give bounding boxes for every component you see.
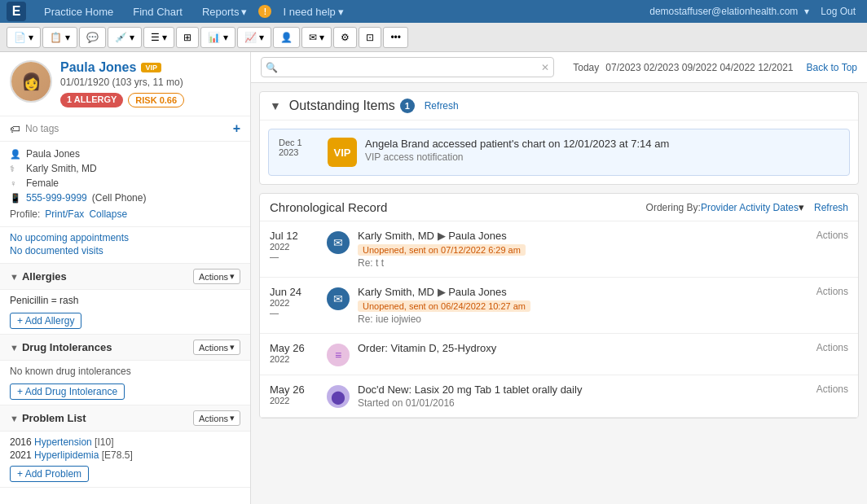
today-label[interactable]: Today — [573, 62, 599, 73]
toolbar-chart-btn[interactable]: 📊 ▾ — [200, 27, 235, 48]
ordering-chevron-icon[interactable]: ▾ — [799, 201, 804, 213]
search-clear-icon[interactable]: ✕ — [541, 62, 549, 73]
toolbar-inject-btn[interactable]: 💉 ▾ — [108, 27, 142, 48]
drug-intolerances-actions-button[interactable]: Actions ▾ — [193, 340, 240, 355]
patient-phone[interactable]: 555-999-9999 — [26, 192, 87, 204]
chron-sub-0: Re: t t — [358, 257, 795, 269]
outstanding-collapse-icon[interactable]: ▼ — [270, 99, 281, 112]
chron-actions-0[interactable]: Actions — [803, 230, 848, 241]
outstanding-count-badge: 1 — [400, 99, 415, 113]
outstanding-items-section: ▼ Outstanding Items 1 Refresh Dec 1 2023… — [259, 91, 859, 185]
sent-badge-1: Unopened, sent on 06/24/2022 10:27 am — [358, 300, 530, 312]
arrow-icon-1: ▶ — [438, 286, 449, 298]
patient-dob: 01/01/1920 (103 yrs, 11 mo) — [60, 77, 184, 88]
allergies-actions-button[interactable]: Actions ▾ — [193, 269, 240, 284]
toolbar-chat-btn[interactable]: 💬 — [79, 27, 106, 48]
user-dropdown-icon[interactable]: ▾ — [804, 6, 809, 17]
chronological-refresh-button[interactable]: Refresh — [814, 202, 848, 213]
toolbar-mail-btn[interactable]: ✉ ▾ — [301, 27, 332, 48]
add-drug-intolerance-button[interactable]: + Add Drug Intolerance — [10, 383, 125, 400]
alert-icon: ! — [258, 5, 271, 18]
search-input[interactable] — [261, 57, 554, 77]
chron-badge-row-0: Unopened, sent on 07/12/2022 6:29 am — [358, 244, 795, 256]
add-problem-button[interactable]: + Add Problem — [10, 466, 89, 482]
toolbar-document-btn[interactable]: 📄 ▾ — [7, 27, 41, 48]
top-nav-right: demostaffuser@elationhealth.com ▾ Log Ou… — [649, 4, 860, 19]
appointments-section: No upcoming appointments No documented v… — [0, 227, 250, 264]
chron-row-1: Jun 24 2022 — ✉ Karly Smith, MD ▶ Paula … — [260, 278, 858, 334]
patient-doctor: Karly Smith, MD — [26, 163, 97, 174]
outstanding-item-sub: VIP access notification — [365, 151, 669, 163]
problem-list-header[interactable]: ▼ Problem List Actions ▾ — [0, 405, 250, 432]
chron-date-1: Jun 24 2022 — — [270, 286, 319, 318]
logout-button[interactable]: Log Out — [816, 4, 860, 19]
app-logo[interactable]: E — [7, 2, 26, 21]
problem-list-arrow-icon: ▼ — [10, 414, 19, 423]
chron-title-1: Karly Smith, MD ▶ Paula Jones — [358, 286, 795, 298]
nav-reports[interactable]: Reports ▾ — [194, 4, 256, 20]
tag-icon: 🏷 — [10, 123, 20, 135]
chron-actions-3[interactable]: Actions — [803, 383, 848, 395]
di-actions-dropdown-icon: ▾ — [230, 342, 235, 353]
order-icon-2: ≡ — [327, 344, 350, 366]
sent-badge-0: Unopened, sent on 07/12/2022 6:29 am — [358, 244, 526, 256]
no-documented-visits[interactable]: No documented visits — [10, 245, 240, 256]
problem-name-0[interactable]: Hypertension — [34, 436, 92, 448]
toolbar-more-btn[interactable]: ••• — [383, 27, 408, 48]
chron-title-2: Order: Vitamin D, 25-Hydroxy — [358, 342, 795, 354]
chronological-title: Chronological Record — [270, 200, 646, 214]
chron-actions-2[interactable]: Actions — [803, 342, 848, 353]
allergy-badge[interactable]: 1 ALLERGY — [60, 93, 123, 107]
person-icon: 👤 — [10, 149, 21, 160]
user-email: demostaffuser@elationhealth.com — [649, 6, 798, 17]
chron-date-3: May 26 2022 — [270, 383, 319, 405]
add-tag-button[interactable]: + — [233, 121, 240, 136]
date-navigation: Today 07/2023 02/2023 09/2022 04/2022 12… — [573, 62, 857, 73]
drug-intolerances-header[interactable]: ▼ Drug Intolerances Actions ▾ — [0, 335, 250, 361]
main-layout: 👩 Paula Jones VIP 01/01/1920 (103 yrs, 1… — [0, 52, 867, 504]
problem-list-actions-button[interactable]: Actions ▾ — [193, 410, 240, 426]
nav-find-chart[interactable]: Find Chart — [125, 4, 191, 20]
toolbar-list-btn[interactable]: ☰ ▾ — [143, 27, 174, 48]
chronological-record-section: Chronological Record Ordering By: Provid… — [259, 193, 859, 419]
ordering-value[interactable]: Provider Activity Dates — [701, 202, 799, 213]
toolbar-settings-btn[interactable]: ⚙ — [333, 27, 357, 48]
chron-content-2: Order: Vitamin D, 25-Hydroxy — [358, 342, 795, 354]
toolbar-graph-btn[interactable]: 📈 ▾ — [237, 27, 271, 48]
profile-row: Profile: Print/Fax Collapse — [10, 208, 240, 220]
problem-list-section: ▼ Problem List Actions ▾ 2016 Hypertensi… — [0, 405, 250, 488]
collapse-link[interactable]: Collapse — [89, 208, 127, 220]
no-upcoming-appointments[interactable]: No upcoming appointments — [10, 232, 240, 243]
drug-intolerances-title: Drug Intolerances — [22, 341, 193, 353]
toolbar-stack-btn[interactable]: ⊞ — [176, 27, 199, 48]
chron-badge-row-1: Unopened, sent on 06/24/2022 10:27 am — [358, 300, 795, 312]
profile-label: Profile: — [10, 208, 40, 220]
top-navigation: E Practice Home Find Chart Reports ▾ ! I… — [0, 0, 867, 23]
chron-actions-1[interactable]: Actions — [803, 286, 848, 297]
tags-label: No tags — [25, 123, 59, 134]
back-to-top-link[interactable]: Back to Top — [807, 62, 857, 73]
toolbar-clipboard-btn[interactable]: 📋 ▾ — [42, 27, 77, 48]
outstanding-item-text: Angela Brand accessed patient's chart on… — [365, 138, 669, 150]
phone-icon: 📱 — [10, 193, 21, 204]
chron-date-2: May 26 2022 — [270, 342, 319, 364]
vip-access-icon: VIP — [328, 138, 357, 167]
main-toolbar: 📄 ▾ 📋 ▾ 💬 💉 ▾ ☰ ▾ ⊞ 📊 ▾ 📈 ▾ 👤 ✉ ▾ ⚙ ⊡ ••… — [0, 23, 867, 52]
patient-primary-row: 👤 Paula Jones — [10, 148, 240, 160]
risk-badge: RISK 0.66 — [128, 93, 184, 107]
allergies-header[interactable]: ▼ Allergies Actions ▾ — [0, 264, 250, 290]
toolbar-person-btn[interactable]: 👤 — [273, 27, 300, 48]
problem-name-1[interactable]: Hyperlipidemia — [34, 449, 99, 461]
toolbar-grid-btn[interactable]: ⊡ — [359, 27, 381, 48]
add-allergy-button[interactable]: + Add Allergy — [10, 313, 81, 329]
nav-practice-home[interactable]: Practice Home — [36, 4, 121, 20]
nav-i-need-help[interactable]: I need help ▾ — [275, 4, 351, 20]
print-fax-link[interactable]: Print/Fax — [45, 208, 84, 220]
chron-title-0: Karly Smith, MD ▶ Paula Jones — [358, 230, 795, 242]
patient-phone-row: 📱 555-999-9999 (Cell Phone) — [10, 192, 240, 204]
allergies-title: Allergies — [22, 270, 193, 283]
stethoscope-icon: ⚕ — [10, 164, 21, 174]
patient-name: Paula Jones — [60, 60, 136, 75]
outstanding-refresh-button[interactable]: Refresh — [425, 100, 459, 112]
problem-item-0: 2016 Hypertension [I10] — [10, 436, 240, 448]
